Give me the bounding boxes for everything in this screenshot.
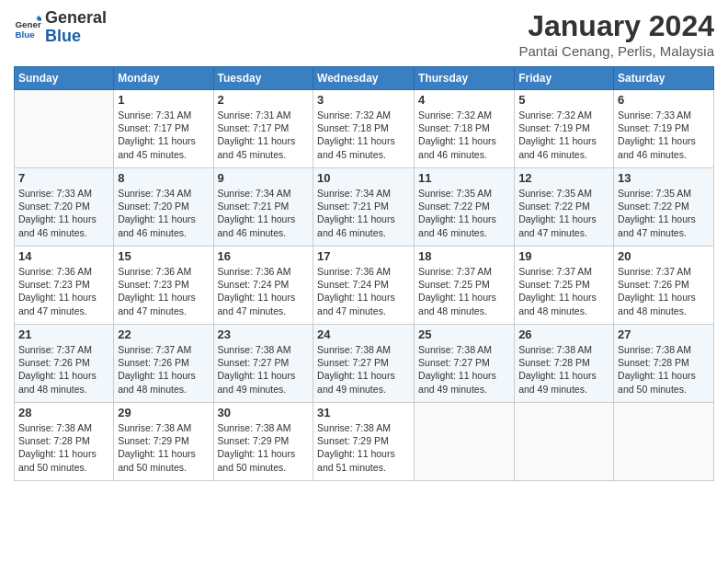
header: General Blue General Blue January 2024 P… (14, 9, 714, 59)
day-info: Sunrise: 7:38 AM Sunset: 7:29 PM Dayligh… (118, 421, 209, 474)
calendar-week-3: 14Sunrise: 7:36 AM Sunset: 7:23 PM Dayli… (15, 247, 714, 325)
day-info: Sunrise: 7:38 AM Sunset: 7:29 PM Dayligh… (218, 421, 310, 474)
day-number: 20 (618, 249, 710, 263)
logo-text: General Blue (45, 9, 107, 46)
day-info: Sunrise: 7:32 AM Sunset: 7:19 PM Dayligh… (518, 109, 609, 161)
day-header-tuesday: Tuesday (213, 67, 313, 90)
day-info: Sunrise: 7:36 AM Sunset: 7:24 PM Dayligh… (218, 265, 310, 317)
day-info: Sunrise: 7:32 AM Sunset: 7:18 PM Dayligh… (418, 109, 510, 161)
calendar-cell: 1Sunrise: 7:31 AM Sunset: 7:17 PM Daylig… (114, 90, 213, 168)
calendar-cell: 28Sunrise: 7:38 AM Sunset: 7:28 PM Dayli… (15, 403, 114, 481)
day-info: Sunrise: 7:31 AM Sunset: 7:17 PM Dayligh… (218, 109, 310, 161)
calendar-cell: 16Sunrise: 7:36 AM Sunset: 7:24 PM Dayli… (213, 247, 313, 325)
day-number: 26 (518, 327, 609, 341)
day-number: 11 (418, 171, 510, 185)
calendar-cell: 23Sunrise: 7:38 AM Sunset: 7:27 PM Dayli… (213, 325, 313, 403)
calendar-cell: 29Sunrise: 7:38 AM Sunset: 7:29 PM Dayli… (114, 403, 213, 481)
day-number: 14 (18, 249, 109, 263)
day-info: Sunrise: 7:34 AM Sunset: 7:21 PM Dayligh… (317, 187, 410, 239)
day-info: Sunrise: 7:36 AM Sunset: 7:23 PM Dayligh… (18, 265, 109, 317)
day-number: 23 (218, 327, 310, 341)
day-info: Sunrise: 7:37 AM Sunset: 7:26 PM Dayligh… (118, 343, 209, 396)
day-info: Sunrise: 7:37 AM Sunset: 7:26 PM Dayligh… (618, 265, 710, 317)
day-number: 28 (18, 406, 109, 419)
calendar-cell: 13Sunrise: 7:35 AM Sunset: 7:22 PM Dayli… (614, 168, 714, 247)
calendar-cell: 19Sunrise: 7:37 AM Sunset: 7:25 PM Dayli… (515, 247, 614, 325)
day-number: 13 (618, 171, 710, 185)
day-info: Sunrise: 7:38 AM Sunset: 7:28 PM Dayligh… (518, 343, 609, 396)
calendar-cell: 8Sunrise: 7:34 AM Sunset: 7:20 PM Daylig… (114, 168, 213, 247)
day-info: Sunrise: 7:38 AM Sunset: 7:28 PM Dayligh… (18, 421, 109, 474)
day-number: 4 (418, 93, 510, 107)
main-container: General Blue General Blue January 2024 P… (0, 0, 728, 490)
day-number: 10 (317, 171, 410, 185)
logo: General Blue General Blue (14, 9, 107, 46)
day-number: 29 (118, 406, 209, 419)
calendar-cell: 18Sunrise: 7:37 AM Sunset: 7:25 PM Dayli… (415, 247, 515, 325)
day-info: Sunrise: 7:36 AM Sunset: 7:23 PM Dayligh… (118, 265, 209, 317)
month-title: January 2024 (518, 9, 714, 43)
calendar-cell: 15Sunrise: 7:36 AM Sunset: 7:23 PM Dayli… (114, 247, 213, 325)
calendar-cell (415, 403, 515, 481)
day-number: 2 (218, 93, 310, 107)
calendar-header-row: SundayMondayTuesdayWednesdayThursdayFrid… (15, 67, 714, 90)
calendar-cell: 4Sunrise: 7:32 AM Sunset: 7:18 PM Daylig… (415, 90, 515, 168)
calendar-cell: 11Sunrise: 7:35 AM Sunset: 7:22 PM Dayli… (415, 168, 515, 247)
day-info: Sunrise: 7:38 AM Sunset: 7:29 PM Dayligh… (317, 421, 410, 474)
calendar-cell: 21Sunrise: 7:37 AM Sunset: 7:26 PM Dayli… (15, 325, 114, 403)
logo-icon: General Blue (14, 14, 41, 41)
day-info: Sunrise: 7:37 AM Sunset: 7:25 PM Dayligh… (418, 265, 510, 317)
day-info: Sunrise: 7:38 AM Sunset: 7:27 PM Dayligh… (218, 343, 310, 396)
calendar-week-2: 7Sunrise: 7:33 AM Sunset: 7:20 PM Daylig… (15, 168, 714, 247)
day-info: Sunrise: 7:34 AM Sunset: 7:20 PM Dayligh… (118, 187, 209, 239)
day-number: 31 (317, 406, 410, 419)
calendar-cell: 31Sunrise: 7:38 AM Sunset: 7:29 PM Dayli… (313, 403, 415, 481)
day-info: Sunrise: 7:33 AM Sunset: 7:19 PM Dayligh… (618, 109, 710, 161)
calendar-cell: 27Sunrise: 7:38 AM Sunset: 7:28 PM Dayli… (614, 325, 714, 403)
calendar-cell: 5Sunrise: 7:32 AM Sunset: 7:19 PM Daylig… (515, 90, 614, 168)
day-info: Sunrise: 7:38 AM Sunset: 7:27 PM Dayligh… (418, 343, 510, 396)
title-section: January 2024 Pantai Cenang, Perlis, Mala… (518, 9, 714, 59)
logo-general: General (45, 9, 107, 28)
calendar-table: SundayMondayTuesdayWednesdayThursdayFrid… (14, 66, 714, 481)
day-number: 30 (218, 406, 310, 419)
svg-text:General: General (16, 19, 42, 29)
day-number: 15 (118, 249, 209, 263)
calendar-week-4: 21Sunrise: 7:37 AM Sunset: 7:26 PM Dayli… (15, 325, 714, 403)
calendar-cell: 20Sunrise: 7:37 AM Sunset: 7:26 PM Dayli… (614, 247, 714, 325)
calendar-cell: 10Sunrise: 7:34 AM Sunset: 7:21 PM Dayli… (313, 168, 415, 247)
calendar-cell: 6Sunrise: 7:33 AM Sunset: 7:19 PM Daylig… (614, 90, 714, 168)
day-info: Sunrise: 7:37 AM Sunset: 7:25 PM Dayligh… (518, 265, 609, 317)
day-info: Sunrise: 7:38 AM Sunset: 7:27 PM Dayligh… (317, 343, 410, 396)
day-info: Sunrise: 7:35 AM Sunset: 7:22 PM Dayligh… (618, 187, 710, 239)
calendar-cell: 17Sunrise: 7:36 AM Sunset: 7:24 PM Dayli… (313, 247, 415, 325)
day-header-wednesday: Wednesday (313, 67, 415, 90)
day-number: 24 (317, 327, 410, 341)
day-number: 18 (418, 249, 510, 263)
day-number: 21 (18, 327, 109, 341)
day-info: Sunrise: 7:34 AM Sunset: 7:21 PM Dayligh… (218, 187, 310, 239)
calendar-cell: 12Sunrise: 7:35 AM Sunset: 7:22 PM Dayli… (515, 168, 614, 247)
day-header-thursday: Thursday (415, 67, 515, 90)
calendar-cell: 2Sunrise: 7:31 AM Sunset: 7:17 PM Daylig… (213, 90, 313, 168)
calendar-cell: 22Sunrise: 7:37 AM Sunset: 7:26 PM Dayli… (114, 325, 213, 403)
day-number: 9 (218, 171, 310, 185)
day-number: 27 (618, 327, 710, 341)
calendar-cell: 24Sunrise: 7:38 AM Sunset: 7:27 PM Dayli… (313, 325, 415, 403)
day-number: 19 (518, 249, 609, 263)
day-number: 5 (518, 93, 609, 107)
calendar-cell (515, 403, 614, 481)
day-info: Sunrise: 7:37 AM Sunset: 7:26 PM Dayligh… (18, 343, 109, 396)
calendar-cell: 7Sunrise: 7:33 AM Sunset: 7:20 PM Daylig… (15, 168, 114, 247)
calendar-cell: 3Sunrise: 7:32 AM Sunset: 7:18 PM Daylig… (313, 90, 415, 168)
calendar-cell: 26Sunrise: 7:38 AM Sunset: 7:28 PM Dayli… (515, 325, 614, 403)
day-info: Sunrise: 7:38 AM Sunset: 7:28 PM Dayligh… (618, 343, 710, 396)
day-header-sunday: Sunday (15, 67, 114, 90)
calendar-cell: 14Sunrise: 7:36 AM Sunset: 7:23 PM Dayli… (15, 247, 114, 325)
logo-blue: Blue (45, 28, 107, 46)
day-number: 22 (118, 327, 209, 341)
day-info: Sunrise: 7:32 AM Sunset: 7:18 PM Dayligh… (317, 109, 410, 161)
day-info: Sunrise: 7:31 AM Sunset: 7:17 PM Dayligh… (118, 109, 209, 161)
day-number: 17 (317, 249, 410, 263)
svg-text:Blue: Blue (16, 29, 36, 39)
